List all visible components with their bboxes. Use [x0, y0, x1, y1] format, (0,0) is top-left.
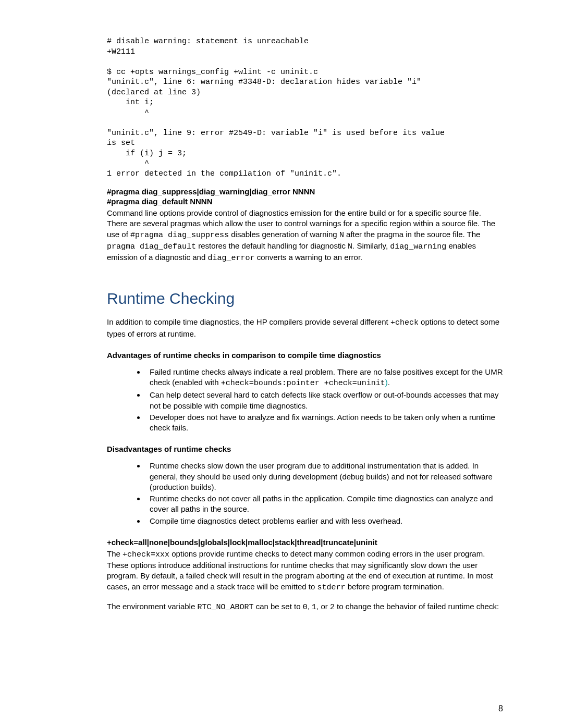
code-inline: 0 — [303, 603, 308, 612]
pragma-heading-2: #pragma diag_default NNNN — [107, 197, 503, 206]
pragma-paragraph: Command line options provide control of … — [107, 208, 503, 264]
text: after the pragma in the source file. The — [344, 230, 481, 239]
runtime-intro: In addition to compile time diagnostics,… — [107, 317, 503, 339]
code-inline: diag_warning — [390, 242, 446, 251]
list-item: Can help detect several hard to catch de… — [145, 390, 503, 411]
text: In addition to compile time diagnostics,… — [107, 317, 390, 326]
code-inline: +check=bounds:pointer +check=uninit — [221, 379, 385, 388]
advantages-heading: Advantages of runtime checks in comparis… — [107, 351, 503, 360]
code-inline: +check=xxx — [123, 550, 169, 559]
advantages-list: Failed runtime checks always indicate a … — [107, 367, 503, 434]
code-inline: 1 — [312, 603, 316, 612]
code-inline: N — [339, 231, 344, 240]
text: . — [388, 378, 390, 387]
env-paragraph: The environment variable RTC_NO_ABORT ca… — [107, 601, 503, 613]
text: before program termination. — [346, 582, 444, 591]
code-inline: stderr — [317, 583, 346, 592]
list-item: Failed runtime checks always indicate a … — [145, 367, 503, 389]
code-block: # disable warning: statement is unreacha… — [107, 36, 503, 179]
code-inline: N — [348, 242, 352, 251]
text: , or — [316, 602, 330, 611]
document-page: # disable warning: statement is unreacha… — [0, 0, 563, 728]
text: restores the default handling for diagno… — [196, 241, 348, 250]
list-item: Developer does not have to analyze and f… — [145, 412, 503, 434]
section-title-runtime-checking: Runtime Checking — [107, 290, 503, 307]
code-inline: 2 — [330, 603, 335, 612]
code-inline: +check — [390, 318, 419, 327]
text: to change the behavior of failed runtime… — [335, 602, 499, 611]
check-options-heading: +check=all|none|bounds|globals|lock|mall… — [107, 538, 503, 547]
check-paragraph: The +check=xxx options provide runtime c… — [107, 549, 503, 593]
text: , — [308, 602, 312, 611]
list-item: Runtime checks do not cover all paths in… — [145, 493, 503, 515]
code-inline: pragma diag_default — [107, 242, 196, 251]
text: . Similarly, — [352, 241, 390, 250]
text: converts a warning to an error. — [254, 253, 362, 262]
page-number: 8 — [498, 704, 503, 713]
code-inline: diag_error — [207, 254, 254, 263]
list-item: Runtime checks slow down the user progra… — [145, 461, 503, 492]
list-item: Compile time diagnostics detect problems… — [145, 516, 503, 526]
pragma-heading-1: #pragma diag_suppress|diag_warning|diag_… — [107, 187, 503, 196]
text: The — [107, 549, 123, 558]
code-inline: RTC_NO_ABORT — [197, 603, 253, 612]
text: disables generation of warning — [229, 230, 339, 239]
code-inline: #pragma diag_suppress — [130, 231, 229, 240]
disadvantages-heading: Disadvantages of runtime checks — [107, 445, 503, 453]
disadvantages-list: Runtime checks slow down the user progra… — [107, 461, 503, 526]
text: can be set to — [253, 602, 302, 611]
text: The environment variable — [107, 602, 197, 611]
